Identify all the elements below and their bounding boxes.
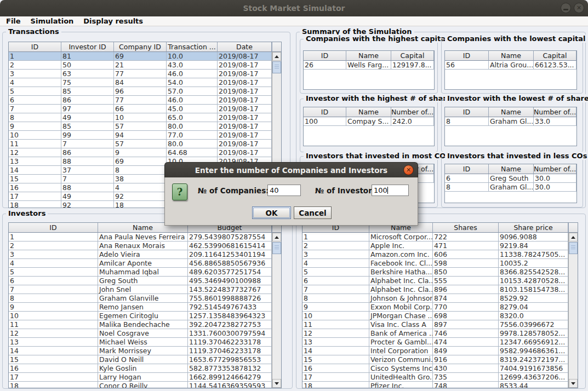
- table-row[interactable]: 7Alphabet Inc. Cla...8968103.158154738..…: [302, 285, 578, 294]
- column-header[interactable]: Name: [489, 51, 534, 61]
- table-row[interactable]: 5Berkshire Hatha...8508366.825542528...: [302, 268, 578, 277]
- minimize-button[interactable]: [561, 3, 571, 13]
- cancel-button[interactable]: Cancel: [294, 206, 332, 219]
- table-row[interactable]: 12Noel Cosgrave1331.7600300797594: [9, 329, 281, 338]
- dialog-titlebar[interactable]: Enter the number of Companies and Invest…: [164, 162, 418, 177]
- column-header[interactable]: Capital: [534, 51, 576, 61]
- column-header[interactable]: ID: [304, 51, 346, 61]
- investors-input[interactable]: 100: [372, 185, 409, 196]
- table-row[interactable]: 26Wells Farg...129197.8...: [304, 61, 434, 70]
- scrollbar-thumb[interactable]: [272, 242, 281, 254]
- table-row[interactable]: 8Graham Glanville755.8601998888726: [9, 294, 281, 303]
- table-row[interactable]: 8Johnson & Johnson8748529.92: [302, 294, 578, 303]
- table-row[interactable]: 2Apple Inc.4719219.84: [302, 242, 578, 250]
- table-row[interactable]: 16Cisco Systems Inc.4307404.9191673856: [302, 364, 578, 373]
- column-header[interactable]: ID: [445, 107, 489, 117]
- table-row[interactable]: 15Verizon Communi...9168319.242372197...: [302, 355, 578, 364]
- table-row[interactable]: 14Intel Corporation8499582.994686361...: [302, 347, 578, 355]
- table-row[interactable]: 7976645.02019/08-17: [9, 105, 281, 113]
- table-row[interactable]: 18Conor O Reilly1144.5416369359593: [9, 382, 281, 388]
- scroll-up-button[interactable]: [569, 233, 578, 242]
- table-row[interactable]: 6Greg South30.0: [445, 174, 576, 183]
- table-row[interactable]: 2Ana Renaux Morais462.53990681615414: [9, 242, 281, 250]
- table-row[interactable]: 1175780.02019/08-17: [9, 140, 281, 148]
- column-header[interactable]: Number of...: [534, 164, 576, 174]
- table-row[interactable]: 7John Snel143.5224837732767: [9, 285, 281, 294]
- scroll-up-button[interactable]: [272, 233, 281, 242]
- table-row[interactable]: 13Procter & Gambl...47412347.66956912...: [302, 338, 578, 347]
- table-row[interactable]: 8Graham Gl...30.0: [445, 183, 576, 192]
- scroll-down-button[interactable]: [569, 379, 578, 388]
- table-row[interactable]: 100Compay S...242.0: [304, 117, 434, 126]
- column-header[interactable]: Date: [218, 42, 272, 52]
- column-header[interactable]: Company ID: [114, 42, 167, 52]
- table-row[interactable]: 2502143.02019/08-17: [9, 61, 281, 70]
- menu-simulation[interactable]: Simulation: [26, 17, 79, 25]
- table-row[interactable]: 9Remo Jansen792.514549767433: [9, 303, 281, 312]
- column-header[interactable]: ID: [445, 164, 489, 174]
- table-row[interactable]: 1Microsoft Corpor...7229096.9088: [302, 233, 578, 242]
- column-header[interactable]: ID: [9, 42, 61, 52]
- table-row[interactable]: 6867746.02019/08-17: [9, 96, 281, 105]
- scroll-down-button[interactable]: [272, 379, 281, 388]
- table-row[interactable]: 12Bank of America ...7469978.128578052..…: [302, 329, 578, 338]
- table-row[interactable]: 16Kyle Goslin582.8773353878132: [9, 364, 281, 373]
- table-row[interactable]: 10Egemen Ciritoglu1257.1358483964323: [9, 312, 281, 320]
- column-header[interactable]: Name: [489, 164, 534, 174]
- scrollbar-thumb[interactable]: [569, 242, 578, 254]
- table-row[interactable]: 11Visa Inc. Class A8977556.03996672: [302, 320, 578, 329]
- table-row[interactable]: 10JPMorgan Chase ...6988320.0: [302, 312, 578, 320]
- table-row[interactable]: 9Exxon Mobil Corp...7708279.04: [302, 303, 578, 312]
- table-row[interactable]: 13Michael Weiss1119.370462233178: [9, 338, 281, 347]
- companies-input[interactable]: 40: [267, 185, 301, 196]
- table-row[interactable]: 11Malika Bendechache392.2047238272753: [9, 320, 281, 329]
- table-row[interactable]: 1816910.02019/08-17: [9, 52, 281, 61]
- column-header[interactable]: Transaction ...: [167, 42, 218, 52]
- table-row[interactable]: 17UnitedHealth Gro...73512699.43637206..…: [302, 373, 578, 382]
- table-row[interactable]: 1286964.682019/08-17: [9, 148, 281, 157]
- table-row[interactable]: 15David O Neill1653.677299856553: [9, 355, 281, 364]
- table-row[interactable]: 8Graham Gl...33.0: [445, 117, 576, 126]
- column-header[interactable]: ID: [445, 51, 489, 61]
- table-row[interactable]: 3637746.02019/08-17: [9, 70, 281, 78]
- table-row[interactable]: 18Pfizer Inc.7488533.44: [302, 382, 578, 388]
- table-row[interactable]: 6Greg South495.3469490100988: [9, 277, 281, 285]
- table-row[interactable]: 3Amazon.com Inc.60611338.78247505...: [302, 250, 578, 259]
- column-header[interactable]: Number of...: [534, 107, 576, 117]
- close-button[interactable]: ✕: [574, 3, 584, 13]
- table-row[interactable]: 9855780.02019/08-17: [9, 122, 281, 131]
- table-row[interactable]: 4758454.02019/08-17: [9, 78, 281, 87]
- table-row[interactable]: 6Alphabet Inc. Cla...55510153.42870528..…: [302, 277, 578, 285]
- table-row[interactable]: 1Ana Paula Neves Ferreira279.54398075287…: [9, 233, 281, 242]
- table-row[interactable]: 3Adelo Vieira209.11641253401194: [9, 250, 281, 259]
- scroll-up-button[interactable]: [272, 52, 281, 61]
- table-row[interactable]: 5859657.02019/08-17: [9, 87, 281, 96]
- ok-button[interactable]: OK: [252, 206, 291, 219]
- table-row[interactable]: 4Amilcar Aponte456.88658850567936: [9, 259, 281, 268]
- vertical-scrollbar[interactable]: [568, 233, 578, 388]
- table-row[interactable]: 17Larry Hogan1662.899124664279: [9, 373, 281, 382]
- dialog-close-button[interactable]: ✕: [403, 165, 414, 175]
- scrollbar-thumb[interactable]: [272, 61, 281, 73]
- column-header[interactable]: Name: [489, 107, 534, 117]
- window-titlebar[interactable]: Stock Market Simulator ✕: [0, 0, 588, 16]
- vertical-scrollbar[interactable]: [272, 233, 281, 388]
- table-row[interactable]: 8491065.02019/08-17: [9, 113, 281, 122]
- table-row[interactable]: 4Facebook Inc. Cl...59810035.2: [302, 259, 578, 268]
- menu-file[interactable]: File: [1, 17, 26, 25]
- table-row[interactable]: 56Altria Grou...66123.53...: [445, 61, 576, 70]
- column-header[interactable]: Number of...: [391, 107, 434, 117]
- column-header[interactable]: Investor ID: [61, 42, 114, 52]
- table-row[interactable]: 14Mark Morrissey1119.370462233178: [9, 347, 281, 355]
- column-header[interactable]: ID: [9, 223, 98, 233]
- column-header[interactable]: Name: [346, 107, 391, 117]
- column-header[interactable]: Capital: [391, 51, 434, 61]
- column-header[interactable]: Share price: [499, 223, 568, 233]
- column-header[interactable]: ID: [304, 107, 346, 117]
- menu-display-results[interactable]: Display results: [78, 17, 148, 25]
- table-cell: JPMorgan Chase ...: [369, 312, 433, 320]
- column-header[interactable]: Name: [346, 51, 391, 61]
- column-header[interactable]: Shares: [433, 223, 499, 233]
- table-row[interactable]: 5Muhammad Iqbal489.6203577251754: [9, 268, 281, 277]
- table-row[interactable]: 10999477.02019/08-17: [9, 131, 281, 140]
